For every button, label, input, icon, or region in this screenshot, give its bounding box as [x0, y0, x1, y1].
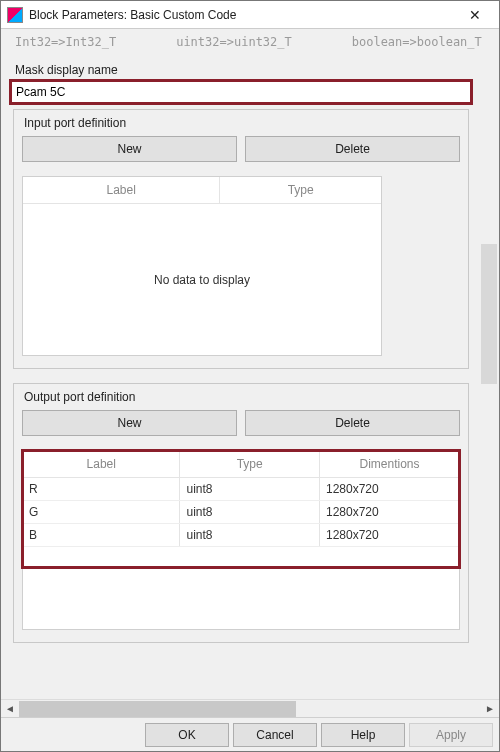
cell-type[interactable]: uint8: [180, 478, 320, 501]
mask-name-label: Mask display name: [15, 63, 467, 77]
output-port-new-button[interactable]: New: [22, 410, 237, 436]
output-port-delete-button[interactable]: Delete: [245, 410, 460, 436]
input-port-group-title: Input port definition: [24, 116, 460, 130]
output-port-col-dims: Dimentions: [319, 451, 459, 478]
input-port-col-type: Type: [220, 177, 381, 204]
ok-button[interactable]: OK: [145, 723, 229, 747]
hscroll-right-arrow-icon[interactable]: ►: [481, 700, 499, 718]
cell-label[interactable]: G: [23, 501, 180, 524]
table-row[interactable]: R uint8 1280x720: [23, 478, 459, 501]
type-mapping-int32: Int32=>Int32_T: [15, 35, 116, 49]
input-port-col-label: Label: [23, 177, 220, 204]
cell-label[interactable]: R: [23, 478, 180, 501]
output-port-col-label: Label: [23, 451, 180, 478]
output-port-group-title: Output port definition: [24, 390, 460, 404]
hscroll-track[interactable]: [19, 701, 481, 717]
mask-name-input[interactable]: [11, 81, 471, 103]
cell-dims[interactable]: 1280x720: [319, 524, 459, 547]
content-area: Int32=>Int32_T uint32=>uint32_T boolean=…: [1, 29, 499, 699]
window-title: Block Parameters: Basic Custom Code: [29, 8, 455, 22]
cell-type[interactable]: uint8: [180, 501, 320, 524]
output-port-table[interactable]: Label Type Dimentions R uint8 1280x720: [23, 451, 459, 547]
cell-dims[interactable]: 1280x720: [319, 501, 459, 524]
hscroll-thumb[interactable]: [19, 701, 296, 717]
dialog-body: Int32=>Int32_T uint32=>uint32_T boolean=…: [1, 29, 499, 751]
input-port-new-button[interactable]: New: [22, 136, 237, 162]
output-port-col-type: Type: [180, 451, 320, 478]
cancel-button[interactable]: Cancel: [233, 723, 317, 747]
input-port-table[interactable]: Label Type No data to display: [22, 176, 382, 356]
app-icon: [7, 7, 23, 23]
help-button[interactable]: Help: [321, 723, 405, 747]
table-row[interactable]: B uint8 1280x720: [23, 524, 459, 547]
hscroll-left-arrow-icon[interactable]: ◄: [1, 700, 19, 718]
table-row[interactable]: G uint8 1280x720: [23, 501, 459, 524]
input-port-delete-button[interactable]: Delete: [245, 136, 460, 162]
cell-dims[interactable]: 1280x720: [319, 478, 459, 501]
input-port-group: Input port definition New Delete Label T…: [13, 109, 469, 369]
cell-type[interactable]: uint8: [180, 524, 320, 547]
output-port-group: Output port definition New Delete Label: [13, 383, 469, 643]
type-mapping-boolean: boolean=>boolean_T: [352, 35, 482, 49]
content-inner: Int32=>Int32_T uint32=>uint32_T boolean=…: [1, 29, 481, 665]
type-mapping-uint32: uint32=>uint32_T: [176, 35, 292, 49]
output-port-header-row: Label Type Dimentions: [23, 451, 459, 478]
dialog-footer: OK Cancel Help Apply: [1, 717, 499, 751]
close-button[interactable]: ✕: [455, 1, 495, 29]
vertical-scrollbar-thumb[interactable]: [481, 244, 497, 384]
cell-label[interactable]: B: [23, 524, 180, 547]
titlebar: Block Parameters: Basic Custom Code ✕: [1, 1, 499, 29]
horizontal-scrollbar[interactable]: ◄ ►: [1, 699, 499, 717]
apply-button: Apply: [409, 723, 493, 747]
output-port-table-wrap: Label Type Dimentions R uint8 1280x720: [22, 450, 460, 630]
input-port-empty-text: No data to display: [23, 273, 381, 287]
dialog-window: Block Parameters: Basic Custom Code ✕ In…: [0, 0, 500, 752]
type-mapping-row: Int32=>Int32_T uint32=>uint32_T boolean=…: [11, 33, 471, 55]
input-port-header-row: Label Type: [23, 177, 381, 204]
